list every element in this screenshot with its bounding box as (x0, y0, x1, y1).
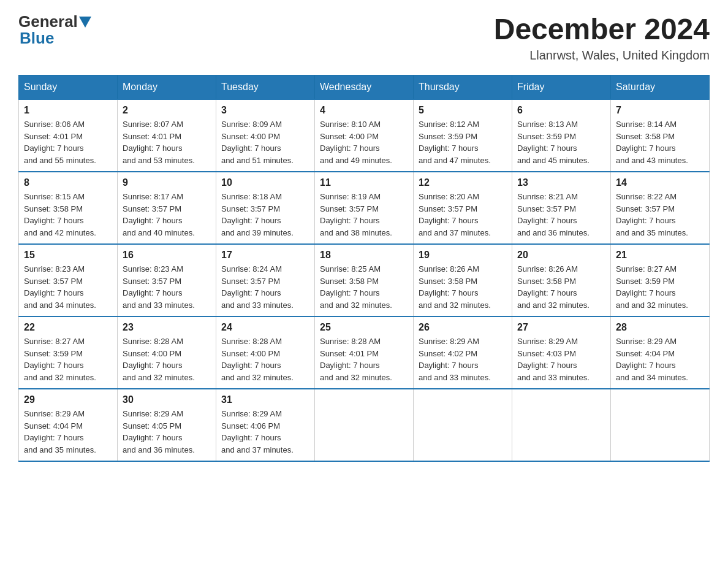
day-info: Sunrise: 8:29 AMSunset: 4:05 PMDaylight:… (123, 408, 211, 456)
calendar-cell: 12 Sunrise: 8:20 AMSunset: 3:57 PMDaylig… (414, 172, 512, 244)
day-number: 9 (123, 177, 211, 188)
col-header-friday: Friday (512, 75, 611, 100)
col-header-saturday: Saturday (611, 75, 710, 100)
day-info: Sunrise: 8:28 AMSunset: 4:01 PMDaylight:… (320, 335, 408, 383)
day-info: Sunrise: 8:27 AMSunset: 3:59 PMDaylight:… (616, 263, 704, 311)
day-info: Sunrise: 8:29 AMSunset: 4:04 PMDaylight:… (616, 335, 704, 383)
calendar-cell: 1 Sunrise: 8:06 AMSunset: 4:01 PMDayligh… (19, 99, 118, 172)
calendar-cell: 14 Sunrise: 8:22 AMSunset: 3:57 PMDaylig… (611, 172, 710, 244)
calendar-cell: 18 Sunrise: 8:25 AMSunset: 3:58 PMDaylig… (315, 244, 414, 316)
calendar-cell: 23 Sunrise: 8:28 AMSunset: 4:00 PMDaylig… (118, 316, 216, 389)
calendar-cell: 28 Sunrise: 8:29 AMSunset: 4:04 PMDaylig… (611, 316, 710, 389)
calendar-table: Sunday Monday Tuesday Wednesday Thursday… (18, 75, 710, 462)
calendar-week-3: 15 Sunrise: 8:23 AMSunset: 3:57 PMDaylig… (19, 244, 710, 316)
logo: General Blue (18, 12, 93, 48)
calendar-cell (414, 389, 512, 461)
day-number: 10 (221, 177, 309, 188)
day-number: 17 (221, 250, 309, 261)
calendar-cell: 2 Sunrise: 8:07 AMSunset: 4:01 PMDayligh… (118, 99, 216, 172)
location: Llanrwst, Wales, United Kingdom (494, 48, 710, 63)
day-number: 5 (419, 105, 507, 116)
day-number: 14 (616, 177, 704, 188)
day-number: 29 (24, 394, 112, 405)
day-info: Sunrise: 8:19 AMSunset: 3:57 PMDaylight:… (320, 191, 408, 239)
title-section: December 2024 Llanrwst, Wales, United Ki… (494, 12, 710, 63)
calendar-week-4: 22 Sunrise: 8:27 AMSunset: 3:59 PMDaylig… (19, 316, 710, 389)
day-info: Sunrise: 8:23 AMSunset: 3:57 PMDaylight:… (24, 263, 112, 311)
calendar-week-1: 1 Sunrise: 8:06 AMSunset: 4:01 PMDayligh… (19, 99, 710, 172)
calendar-cell: 13 Sunrise: 8:21 AMSunset: 3:57 PMDaylig… (512, 172, 611, 244)
month-title: December 2024 (494, 12, 710, 46)
day-info: Sunrise: 8:20 AMSunset: 3:57 PMDaylight:… (419, 191, 507, 239)
day-number: 19 (419, 250, 507, 261)
day-number: 24 (221, 322, 309, 333)
day-number: 26 (419, 322, 507, 333)
day-info: Sunrise: 8:13 AMSunset: 3:59 PMDaylight:… (517, 118, 605, 166)
day-info: Sunrise: 8:29 AMSunset: 4:06 PMDaylight:… (221, 408, 309, 456)
calendar-cell: 31 Sunrise: 8:29 AMSunset: 4:06 PMDaylig… (216, 389, 315, 461)
day-number: 4 (320, 105, 408, 116)
day-info: Sunrise: 8:26 AMSunset: 3:58 PMDaylight:… (419, 263, 507, 311)
day-info: Sunrise: 8:27 AMSunset: 3:59 PMDaylight:… (24, 335, 112, 383)
logo-blue-text: Blue (20, 29, 54, 48)
day-number: 18 (320, 250, 408, 261)
calendar-week-2: 8 Sunrise: 8:15 AMSunset: 3:58 PMDayligh… (19, 172, 710, 244)
col-header-sunday: Sunday (19, 75, 118, 100)
day-info: Sunrise: 8:14 AMSunset: 3:58 PMDaylight:… (616, 118, 704, 166)
day-info: Sunrise: 8:12 AMSunset: 3:59 PMDaylight:… (419, 118, 507, 166)
day-number: 12 (419, 177, 507, 188)
calendar-cell: 9 Sunrise: 8:17 AMSunset: 3:57 PMDayligh… (118, 172, 216, 244)
day-info: Sunrise: 8:22 AMSunset: 3:57 PMDaylight:… (616, 191, 704, 239)
day-number: 7 (616, 105, 704, 116)
calendar-cell: 30 Sunrise: 8:29 AMSunset: 4:05 PMDaylig… (118, 389, 216, 461)
day-number: 3 (221, 105, 309, 116)
calendar-cell (512, 389, 611, 461)
day-info: Sunrise: 8:07 AMSunset: 4:01 PMDaylight:… (123, 118, 211, 166)
calendar-cell (611, 389, 710, 461)
calendar-cell: 22 Sunrise: 8:27 AMSunset: 3:59 PMDaylig… (19, 316, 118, 389)
calendar-cell: 10 Sunrise: 8:18 AMSunset: 3:57 PMDaylig… (216, 172, 315, 244)
col-header-thursday: Thursday (414, 75, 512, 100)
day-number: 1 (24, 105, 112, 116)
day-info: Sunrise: 8:17 AMSunset: 3:57 PMDaylight:… (123, 191, 211, 239)
day-info: Sunrise: 8:18 AMSunset: 3:57 PMDaylight:… (221, 191, 309, 239)
calendar-cell: 8 Sunrise: 8:15 AMSunset: 3:58 PMDayligh… (19, 172, 118, 244)
day-number: 22 (24, 322, 112, 333)
calendar-cell: 15 Sunrise: 8:23 AMSunset: 3:57 PMDaylig… (19, 244, 118, 316)
day-number: 15 (24, 250, 112, 261)
day-info: Sunrise: 8:10 AMSunset: 4:00 PMDaylight:… (320, 118, 408, 166)
calendar-cell: 16 Sunrise: 8:23 AMSunset: 3:57 PMDaylig… (118, 244, 216, 316)
day-number: 20 (517, 250, 605, 261)
col-header-monday: Monday (118, 75, 216, 100)
calendar-cell: 27 Sunrise: 8:29 AMSunset: 4:03 PMDaylig… (512, 316, 611, 389)
calendar-cell: 6 Sunrise: 8:13 AMSunset: 3:59 PMDayligh… (512, 99, 611, 172)
day-info: Sunrise: 8:09 AMSunset: 4:00 PMDaylight:… (221, 118, 309, 166)
calendar-cell (315, 389, 414, 461)
day-number: 31 (221, 394, 309, 405)
calendar-cell: 26 Sunrise: 8:29 AMSunset: 4:02 PMDaylig… (414, 316, 512, 389)
page-header: General Blue December 2024 Llanrwst, Wal… (18, 12, 710, 63)
calendar-header-row: Sunday Monday Tuesday Wednesday Thursday… (19, 75, 710, 100)
calendar-cell: 25 Sunrise: 8:28 AMSunset: 4:01 PMDaylig… (315, 316, 414, 389)
day-info: Sunrise: 8:25 AMSunset: 3:58 PMDaylight:… (320, 263, 408, 311)
day-info: Sunrise: 8:06 AMSunset: 4:01 PMDaylight:… (24, 118, 112, 166)
day-number: 16 (123, 250, 211, 261)
calendar-cell: 5 Sunrise: 8:12 AMSunset: 3:59 PMDayligh… (414, 99, 512, 172)
day-number: 23 (123, 322, 211, 333)
day-number: 11 (320, 177, 408, 188)
day-number: 8 (24, 177, 112, 188)
col-header-tuesday: Tuesday (216, 75, 315, 100)
calendar-week-5: 29 Sunrise: 8:29 AMSunset: 4:04 PMDaylig… (19, 389, 710, 461)
calendar-cell: 21 Sunrise: 8:27 AMSunset: 3:59 PMDaylig… (611, 244, 710, 316)
day-info: Sunrise: 8:15 AMSunset: 3:58 PMDaylight:… (24, 191, 112, 239)
calendar-cell: 3 Sunrise: 8:09 AMSunset: 4:00 PMDayligh… (216, 99, 315, 172)
day-info: Sunrise: 8:28 AMSunset: 4:00 PMDaylight:… (221, 335, 309, 383)
day-info: Sunrise: 8:29 AMSunset: 4:04 PMDaylight:… (24, 408, 112, 456)
day-number: 21 (616, 250, 704, 261)
calendar-cell: 11 Sunrise: 8:19 AMSunset: 3:57 PMDaylig… (315, 172, 414, 244)
day-info: Sunrise: 8:29 AMSunset: 4:02 PMDaylight:… (419, 335, 507, 383)
day-info: Sunrise: 8:24 AMSunset: 3:57 PMDaylight:… (221, 263, 309, 311)
day-number: 13 (517, 177, 605, 188)
calendar-cell: 4 Sunrise: 8:10 AMSunset: 4:00 PMDayligh… (315, 99, 414, 172)
logo-triangle-icon (79, 17, 91, 28)
